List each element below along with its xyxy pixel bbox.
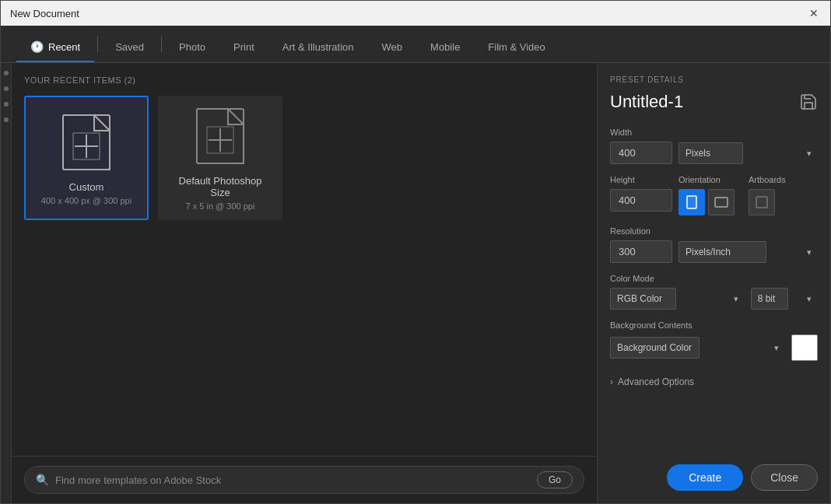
tab-saved[interactable]: Saved	[101, 33, 158, 62]
background-contents-label: Background Contents	[610, 320, 818, 330]
color-mode-label: Color Mode	[610, 274, 818, 283]
tab-recent[interactable]: 🕐 Recent	[16, 33, 94, 62]
left-panel: YOUR RECENT ITEMS (2) Cust	[12, 63, 597, 503]
bit-depth-select[interactable]: 8 bit 16 bit 32 bit	[751, 288, 788, 310]
template-icon-default	[193, 105, 247, 167]
search-inner: 🔍 Go	[24, 466, 584, 494]
orientation-buttons	[678, 189, 735, 215]
orientation-label: Orientation	[678, 175, 735, 184]
artboards-group: Artboards	[749, 175, 786, 215]
tab-print[interactable]: Print	[219, 33, 268, 62]
right-panel: PRESET DETAILS Untitled-1 Width	[597, 63, 830, 503]
tab-divider	[97, 37, 98, 52]
tab-print-label: Print	[233, 41, 254, 53]
color-mode-wrapper: RGB Color CMYK Color Grayscale	[610, 288, 745, 310]
tab-mobile-label: Mobile	[430, 41, 460, 53]
color-mode-select[interactable]: RGB Color CMYK Color Grayscale	[610, 288, 676, 310]
preset-title-row: Untitled-1	[610, 92, 818, 112]
preset-details-label: PRESET DETAILS	[610, 75, 818, 84]
search-input[interactable]	[55, 474, 531, 486]
background-contents-row: Background Color White Transparent	[610, 334, 818, 361]
width-label: Width	[610, 128, 818, 137]
width-row: Pixels Inches Centimeters	[610, 142, 818, 164]
resolution-field-group: Resolution Pixels/Inch Pixels/Centimeter	[610, 226, 818, 263]
tabs-bar: 🕐 Recent Saved Photo Print Art & Illustr…	[1, 26, 830, 63]
right-footer: Create Close	[610, 449, 818, 491]
go-button[interactable]: Go	[537, 471, 573, 488]
width-unit-wrapper: Pixels Inches Centimeters	[678, 142, 818, 164]
tab-film[interactable]: Film & Video	[474, 33, 559, 62]
sidebar-dot-3	[4, 102, 9, 107]
artboards-label: Artboards	[749, 175, 786, 184]
background-contents-select[interactable]: Background Color White Transparent	[610, 337, 700, 359]
main-content: YOUR RECENT ITEMS (2) Cust	[1, 63, 830, 503]
color-mode-row: RGB Color CMYK Color Grayscale 8 bit 16 …	[610, 288, 818, 310]
tab-film-label: Film & Video	[488, 41, 545, 53]
orientation-group: Orientation	[678, 175, 735, 215]
template-name-custom: Custom	[69, 181, 104, 193]
tab-photo[interactable]: Photo	[165, 33, 219, 62]
resolution-row: Pixels/Inch Pixels/Centimeter	[610, 240, 818, 263]
search-bar: 🔍 Go	[12, 456, 597, 503]
bit-depth-wrapper: 8 bit 16 bit 32 bit	[751, 288, 818, 310]
background-color-swatch[interactable]	[791, 334, 818, 361]
template-desc-default: 7 x 5 in @ 300 ppi	[186, 201, 255, 211]
save-preset-icon[interactable]	[799, 93, 818, 111]
resolution-unit-select[interactable]: Pixels/Inch Pixels/Centimeter	[678, 241, 766, 263]
height-label: Height	[610, 175, 672, 184]
resolution-label: Resolution	[610, 226, 818, 236]
tab-saved-label: Saved	[115, 41, 144, 53]
background-contents-wrapper: Background Color White Transparent	[610, 337, 785, 359]
tab-art[interactable]: Art & Illustration	[268, 33, 368, 62]
sidebar-dot-4	[4, 117, 9, 122]
create-button[interactable]: Create	[667, 464, 743, 491]
left-sidebar	[1, 63, 12, 503]
templates-grid: Custom 400 x 400 px @ 300 ppi	[24, 96, 584, 220]
resolution-unit-wrapper: Pixels/Inch Pixels/Centimeter	[678, 241, 818, 263]
preset-title: Untitled-1	[610, 92, 683, 112]
background-contents-field-group: Background Contents Background Color Whi…	[610, 320, 818, 361]
template-item-custom[interactable]: Custom 400 x 400 px @ 300 ppi	[24, 96, 149, 220]
svg-rect-9	[715, 198, 728, 207]
width-unit-select[interactable]: Pixels Inches Centimeters	[678, 142, 743, 164]
height-field-group: Height	[610, 175, 672, 212]
template-item-default[interactable]: Default Photoshop Size 7 x 5 in @ 300 pp…	[158, 96, 282, 220]
tab-web[interactable]: Web	[368, 33, 417, 62]
advanced-options-label: Advanced Options	[618, 376, 694, 387]
svg-rect-10	[756, 197, 767, 208]
template-desc-custom: 400 x 400 px @ 300 ppi	[41, 196, 131, 205]
landscape-button[interactable]	[708, 189, 735, 215]
height-input[interactable]	[610, 189, 672, 212]
tab-photo-label: Photo	[179, 41, 205, 53]
width-input[interactable]	[610, 142, 672, 164]
chevron-right-icon: ›	[610, 376, 613, 387]
tab-divider-2	[161, 37, 162, 52]
tab-web-label: Web	[382, 41, 403, 53]
resolution-input[interactable]	[610, 240, 672, 263]
title-bar: New Document ✕	[1, 1, 830, 26]
portrait-button[interactable]	[678, 189, 705, 215]
window-close-button[interactable]: ✕	[807, 6, 821, 20]
width-field-group: Width Pixels Inches Centimeters	[610, 128, 818, 164]
color-mode-field-group: Color Mode RGB Color CMYK Color Grayscal…	[610, 274, 818, 310]
template-icon-custom	[59, 111, 114, 173]
template-name-default: Default Photoshop Size	[169, 175, 272, 198]
tab-mobile[interactable]: Mobile	[416, 33, 474, 62]
artboards-checkbox[interactable]	[749, 189, 775, 215]
new-document-dialog: New Document ✕ 🕐 Recent Saved Photo Prin…	[0, 0, 831, 504]
svg-rect-8	[687, 196, 696, 208]
tab-art-label: Art & Illustration	[282, 41, 354, 53]
close-button[interactable]: Close	[751, 464, 818, 491]
recent-items-label: YOUR RECENT ITEMS (2)	[24, 75, 584, 85]
clock-icon: 🕐	[30, 40, 44, 53]
advanced-options-toggle[interactable]: › Advanced Options	[610, 376, 818, 387]
sidebar-dot-1	[4, 71, 9, 75]
tab-recent-label: Recent	[48, 41, 80, 53]
sidebar-dot-2	[4, 86, 9, 91]
search-icon: 🔍	[36, 474, 49, 486]
dialog-title: New Document	[10, 8, 79, 19]
